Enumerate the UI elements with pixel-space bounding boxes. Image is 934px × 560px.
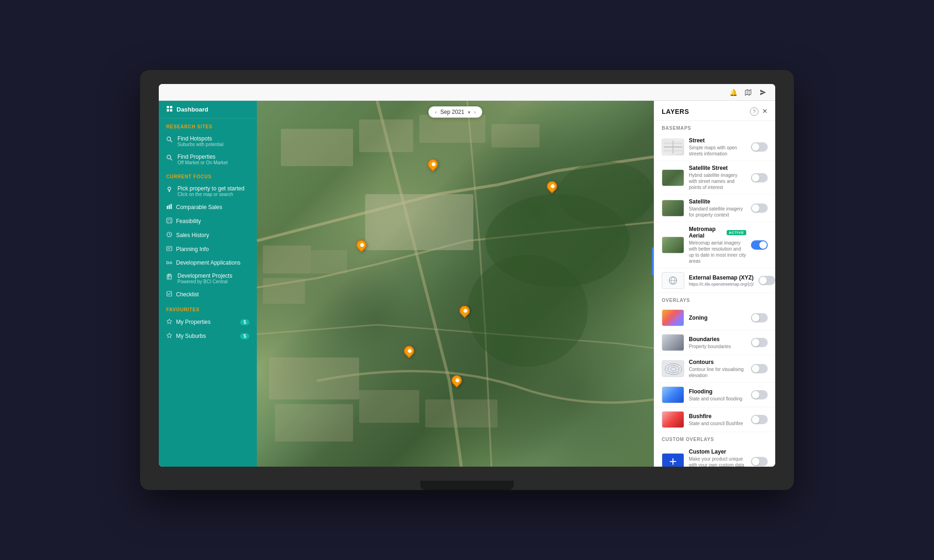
sidebar-item-development-applications[interactable]: DA Development Applications xyxy=(159,256,257,269)
map-icon[interactable] xyxy=(743,88,753,97)
contours-thumb xyxy=(662,360,684,377)
sidebar-item-my-properties[interactable]: My Properties 5 xyxy=(159,315,257,329)
layer-flooding: Flooding State and council flooding xyxy=(654,383,775,407)
map-area[interactable]: ‹ Sep 2021 ▾ › xyxy=(257,101,654,467)
svg-rect-3 xyxy=(170,109,172,112)
scroll-indicator xyxy=(652,247,654,275)
star-icon xyxy=(166,318,172,326)
svg-line-7 xyxy=(170,159,172,161)
sidebar-item-dashboard[interactable]: Dashboard xyxy=(159,101,257,119)
svg-rect-31 xyxy=(281,129,354,166)
date-dropdown-arrow[interactable]: ▾ xyxy=(468,110,470,115)
metromap-toggle[interactable] xyxy=(751,240,768,250)
svg-rect-32 xyxy=(359,119,413,152)
satellite-street-thumb xyxy=(662,169,684,186)
boundaries-desc: Property boundaries xyxy=(689,343,746,350)
svg-rect-11 xyxy=(170,204,172,209)
svg-point-8 xyxy=(168,187,171,190)
sidebar-item-checklist[interactable]: Checklist xyxy=(159,287,257,301)
street-toggle[interactable] xyxy=(751,142,768,152)
svg-rect-38 xyxy=(269,357,359,399)
find-properties-subtitle: Off Market or On Market xyxy=(177,160,228,165)
sidebar-item-development-projects[interactable]: Development Projects Powered by BCI Cent… xyxy=(159,269,257,287)
contours-name: Contours xyxy=(689,359,746,365)
sidebar-item-find-hotspots[interactable]: Find Hotspots Suburbs with potential xyxy=(159,132,257,150)
location-icon xyxy=(166,186,174,194)
svg-line-20 xyxy=(170,235,171,236)
layer-contours: Contours Contour line for visualising el… xyxy=(654,355,775,383)
dashboard-label: Dashboard xyxy=(177,106,208,113)
svg-point-44 xyxy=(558,161,654,227)
svg-rect-42 xyxy=(365,194,474,250)
svg-rect-35 xyxy=(263,245,311,273)
layer-boundaries: Boundaries Property boundaries xyxy=(654,330,775,355)
street-name: Street xyxy=(689,137,746,144)
sidebar-item-planning-info[interactable]: Planning Info xyxy=(159,242,257,256)
external-name: External Basemap (XYZ) xyxy=(689,274,754,281)
external-url: https://c.tile.openstreetmap.org/{z}/ xyxy=(689,282,754,287)
send-icon[interactable] xyxy=(758,88,768,97)
flooding-desc: State and council flooding xyxy=(689,396,746,402)
date-next-arrow[interactable]: › xyxy=(474,110,475,115)
satellite-street-name: Satellite Street xyxy=(689,165,746,171)
map-pin-4[interactable] xyxy=(460,306,471,320)
svg-marker-29 xyxy=(167,319,172,324)
layer-zoning: Zoning xyxy=(654,306,775,330)
date-prev-arrow[interactable]: ‹ xyxy=(435,110,436,115)
sales-history-label: Sales History xyxy=(176,232,209,238)
map-urban-layer xyxy=(257,101,654,467)
satellite-street-toggle[interactable] xyxy=(751,173,768,182)
building-icon xyxy=(166,273,174,281)
layer-satellite: Satellite Standard satellite imagery for… xyxy=(654,195,775,222)
zoning-name: Zoning xyxy=(689,315,746,321)
map-pin-2[interactable] xyxy=(547,181,558,195)
bushfire-desc: State and council Bushfire xyxy=(689,420,746,427)
sidebar-item-feasibility[interactable]: Feasibility xyxy=(159,214,257,228)
search-icon-2 xyxy=(166,154,174,162)
metromap-name: Metromap Aerial ACTIVE xyxy=(689,226,746,239)
layers-close-icon[interactable]: ✕ xyxy=(762,107,768,116)
laptop-shell: 🔔 xyxy=(140,70,794,490)
map-pin-1[interactable] xyxy=(428,159,439,173)
pick-property-label: Pick property to get started xyxy=(177,185,244,192)
find-hotspots-label: Find Hotspots xyxy=(177,135,223,142)
sidebar-item-comparable-sales[interactable]: Comparable Sales xyxy=(159,200,257,214)
bushfire-toggle[interactable] xyxy=(751,415,768,424)
sidebar-item-pick-property[interactable]: Pick property to get started Click on th… xyxy=(159,182,257,200)
top-bar: 🔔 xyxy=(159,84,775,101)
custom1-name: Custom Layer xyxy=(689,448,746,455)
external-basemap: External Basemap (XYZ) https://c.tile.op… xyxy=(654,268,775,293)
layers-panel: LAYERS ? ✕ BASEMAPS xyxy=(654,101,775,467)
checklist-icon xyxy=(166,291,172,298)
satellite-toggle[interactable] xyxy=(751,203,768,213)
date-display: Sep 2021 xyxy=(440,109,464,115)
bell-icon[interactable]: 🔔 xyxy=(729,88,738,97)
map-pin-3[interactable] xyxy=(356,240,368,254)
basemaps-header: BASEMAPS xyxy=(654,121,775,133)
svg-rect-0 xyxy=(167,106,169,108)
my-properties-label: My Properties xyxy=(176,319,211,325)
sidebar-item-find-properties[interactable]: Find Properties Off Market or On Market xyxy=(159,150,257,168)
sidebar-item-sales-history[interactable]: Sales History xyxy=(159,228,257,242)
development-projects-subtitle: Powered by BCI Central xyxy=(177,279,232,284)
street-thumb xyxy=(662,139,684,155)
svg-rect-12 xyxy=(167,218,172,223)
svg-rect-36 xyxy=(263,278,305,304)
boundaries-toggle[interactable] xyxy=(751,338,768,347)
search-icon xyxy=(166,136,174,144)
dashboard-icon xyxy=(166,105,173,113)
layers-help-icon[interactable]: ? xyxy=(750,107,758,116)
svg-point-45 xyxy=(467,255,588,367)
zoning-toggle[interactable] xyxy=(751,313,768,322)
svg-line-5 xyxy=(170,140,172,142)
contours-toggle[interactable] xyxy=(751,364,768,373)
external-thumb xyxy=(662,272,684,289)
map-pin-5[interactable] xyxy=(404,346,415,360)
svg-rect-10 xyxy=(169,205,170,209)
sidebar-item-my-suburbs[interactable]: My Suburbs 5 xyxy=(159,329,257,343)
custom1-toggle[interactable] xyxy=(751,457,768,466)
layer-street: Street Simple maps with open streets inf… xyxy=(654,133,775,161)
flooding-toggle[interactable] xyxy=(751,390,768,399)
external-toggle[interactable] xyxy=(758,276,775,285)
map-pin-6[interactable] xyxy=(452,375,463,389)
